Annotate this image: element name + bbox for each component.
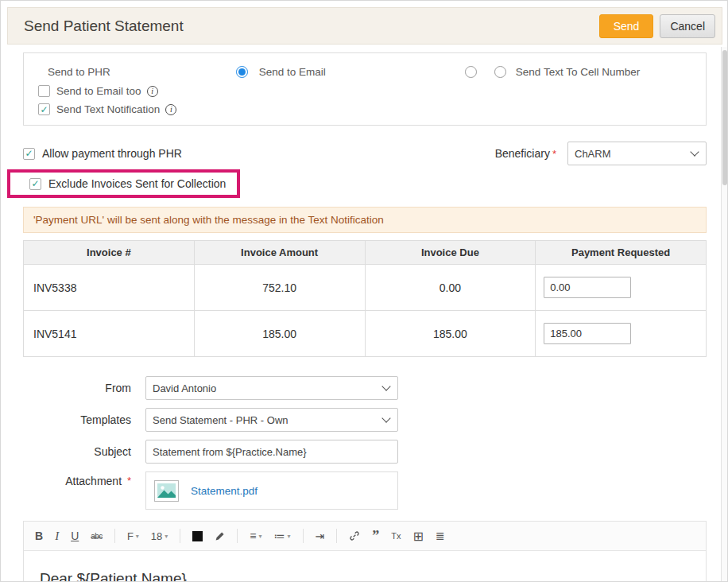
cancel-button[interactable]: Cancel bbox=[660, 14, 715, 38]
beneficiary-select[interactable]: ChARM bbox=[567, 142, 707, 165]
exclude-invoices-checkbox[interactable] bbox=[29, 178, 41, 190]
templates-select[interactable]: Send Statement - PHR - Own bbox=[145, 408, 398, 432]
send-text-notification-row: Send Text Notification i bbox=[24, 100, 706, 118]
table-icon[interactable]: ⊞ bbox=[413, 529, 424, 544]
font-family-glyph: F bbox=[127, 530, 134, 542]
from-select[interactable]: David Antonio bbox=[145, 376, 398, 400]
italic-icon[interactable]: I bbox=[55, 530, 59, 543]
payment-requested-input[interactable] bbox=[544, 277, 631, 298]
table-row: INV5141 185.00 185.00 bbox=[24, 311, 707, 357]
chevron-down-icon: ▾ bbox=[259, 533, 262, 540]
indent-icon[interactable]: ⇥ bbox=[316, 530, 325, 542]
message-form: From David Antonio Templates Send Statem… bbox=[23, 376, 707, 510]
invoice-number-cell: INV5338 bbox=[24, 265, 195, 311]
subject-label: Subject bbox=[23, 445, 145, 458]
bold-icon[interactable]: B bbox=[35, 530, 43, 542]
font-size-dropdown[interactable]: 18▾ bbox=[151, 530, 168, 542]
beneficiary-label: Beneficiary bbox=[495, 147, 550, 160]
exclude-invoices-label: Exclude Invoices Sent for Collection bbox=[48, 177, 226, 190]
scrollbar-thumb[interactable] bbox=[722, 50, 727, 185]
info-icon-glyph: i bbox=[170, 106, 172, 114]
dialog-header: Send Patient Statement Send Cancel bbox=[7, 7, 722, 45]
color-swatch bbox=[192, 531, 203, 541]
col-payment-requested: Payment Requested bbox=[536, 241, 707, 265]
subject-input[interactable] bbox=[145, 440, 398, 464]
beneficiary-select-wrap: ChARM bbox=[567, 142, 707, 165]
send-to-phr-radio[interactable] bbox=[236, 66, 248, 78]
info-icon[interactable]: i bbox=[165, 104, 176, 115]
pencil-icon[interactable] bbox=[215, 531, 225, 541]
attachment-label: Attachment * bbox=[23, 471, 145, 487]
toolbar-separator bbox=[336, 529, 337, 543]
table-row: INV5338 752.10 0.00 bbox=[24, 265, 707, 311]
col-invoice-amount: Invoice Amount bbox=[194, 241, 365, 265]
allow-payment-checkbox[interactable] bbox=[23, 148, 35, 160]
payment-url-notice: 'Payment URL' will be sent along with th… bbox=[23, 207, 707, 233]
page-title: Send Patient Statement bbox=[24, 17, 184, 35]
send-text-to-cell-label: Send Text To Cell Number bbox=[516, 66, 640, 78]
list-icon[interactable]: ≔▾ bbox=[274, 530, 291, 542]
invoice-amount-cell: 185.00 bbox=[194, 311, 365, 357]
toolbar-separator bbox=[237, 529, 238, 543]
beneficiary-field: Beneficiary * ChARM bbox=[495, 142, 707, 165]
allow-payment-label: Allow payment through PHR bbox=[42, 147, 182, 160]
underline-icon[interactable]: U bbox=[71, 530, 79, 542]
editor-body[interactable]: Dear ${Patient.Name}, Pay using this lin… bbox=[24, 551, 706, 582]
editor-line: Dear ${Patient.Name}, bbox=[40, 570, 690, 582]
send-to-phr-label: Send to PHR bbox=[48, 66, 110, 78]
delivery-options-group: Send to PHR Send to Email Send Text To C… bbox=[23, 52, 707, 126]
invoice-number-cell: INV5141 bbox=[24, 311, 195, 357]
list-glyph: ≔ bbox=[274, 530, 285, 542]
send-text-notification-checkbox[interactable] bbox=[38, 103, 50, 115]
image-attachment-icon bbox=[154, 480, 179, 502]
invoice-due-cell: 185.00 bbox=[365, 311, 536, 357]
chevron-down-icon: ▾ bbox=[165, 533, 168, 540]
subject-row: Subject bbox=[23, 440, 707, 464]
invoice-amount-cell: 752.10 bbox=[194, 265, 365, 311]
info-icon[interactable]: i bbox=[147, 86, 158, 97]
col-invoice-due: Invoice Due bbox=[365, 241, 536, 265]
strikethrough-icon[interactable]: abc bbox=[91, 532, 103, 541]
font-size-value: 18 bbox=[151, 530, 162, 542]
from-row: From David Antonio bbox=[23, 376, 707, 400]
allow-payment-option: Allow payment through PHR bbox=[23, 147, 182, 160]
clear-format-icon[interactable]: Tx bbox=[391, 531, 401, 541]
payment-options-row: Allow payment through PHR Beneficiary * … bbox=[23, 142, 707, 165]
col-invoice-number: Invoice # bbox=[24, 241, 195, 265]
exclude-invoices-annotation-highlight: Exclude Invoices Sent for Collection bbox=[7, 169, 240, 198]
send-email-too-label: Send to Email too bbox=[56, 85, 141, 97]
font-family-icon[interactable]: F▾ bbox=[127, 530, 139, 542]
chevron-down-icon: ▾ bbox=[136, 533, 139, 540]
link-icon[interactable] bbox=[349, 530, 360, 541]
templates-label: Templates bbox=[23, 413, 145, 426]
send-text-notification-label: Send Text Notification bbox=[56, 103, 160, 115]
send-email-too-checkbox[interactable] bbox=[38, 85, 50, 97]
required-marker: * bbox=[127, 475, 131, 487]
send-text-to-cell-radio[interactable] bbox=[494, 66, 506, 78]
horizontal-rule-icon[interactable]: ≣ bbox=[436, 530, 445, 542]
templates-row: Templates Send Statement - PHR - Own bbox=[23, 408, 707, 432]
send-button[interactable]: Send bbox=[599, 14, 654, 38]
toolbar-separator bbox=[114, 529, 115, 543]
editor-toolbar: B I U abc F▾ 18▾ ≡▾ ≔▾ ⇥ bbox=[24, 522, 706, 551]
rich-text-editor: B I U abc F▾ 18▾ ≡▾ ≔▾ ⇥ bbox=[23, 521, 707, 582]
payment-requested-input[interactable] bbox=[544, 323, 631, 344]
blockquote-icon[interactable]: ” bbox=[372, 532, 379, 541]
scrollbar[interactable] bbox=[721, 47, 727, 581]
send-to-email-radio[interactable] bbox=[465, 66, 477, 78]
invoice-table-header: Invoice # Invoice Amount Invoice Due Pay… bbox=[24, 241, 707, 265]
send-patient-statement-dialog: Send Patient Statement Send Cancel Send … bbox=[0, 0, 728, 582]
send-email-too-row: Send to Email too i bbox=[24, 82, 706, 100]
attachment-row: Attachment * Statement.pdf bbox=[23, 471, 707, 510]
text-color-swatch-icon[interactable] bbox=[192, 531, 203, 541]
attachment-label-text: Attachment bbox=[65, 475, 122, 487]
dialog-content: Send to PHR Send to Email Send Text To C… bbox=[1, 45, 727, 582]
invoice-due-cell: 0.00 bbox=[365, 265, 536, 311]
chevron-down-icon: ▾ bbox=[288, 533, 291, 540]
align-icon[interactable]: ≡▾ bbox=[250, 530, 261, 542]
invoice-table: Invoice # Invoice Amount Invoice Due Pay… bbox=[23, 240, 707, 357]
required-marker: * bbox=[552, 148, 556, 160]
exclude-invoices-row: Exclude Invoices Sent for Collection bbox=[23, 165, 707, 198]
attachment-link[interactable]: Statement.pdf bbox=[191, 485, 258, 497]
from-label: From bbox=[23, 382, 145, 394]
